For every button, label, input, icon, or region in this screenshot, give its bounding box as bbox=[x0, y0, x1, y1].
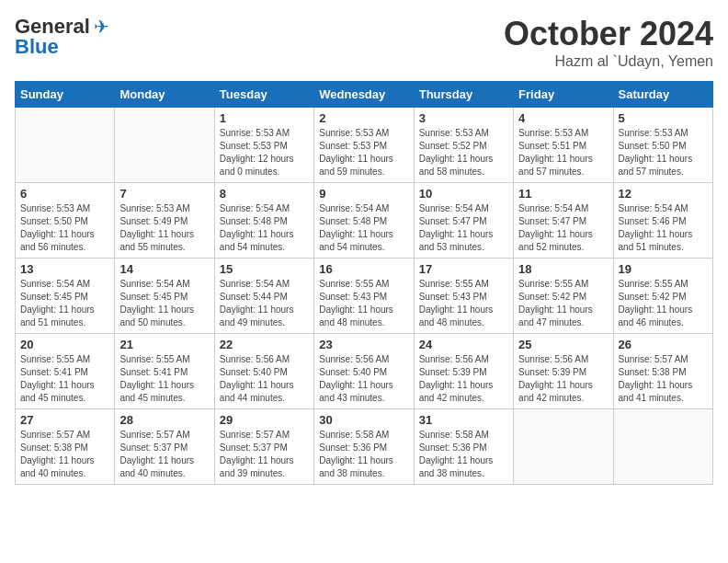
col-tuesday: Tuesday bbox=[214, 82, 313, 108]
table-row: 20Sunrise: 5:55 AM Sunset: 5:41 PM Dayli… bbox=[16, 334, 115, 409]
table-row: 7Sunrise: 5:53 AM Sunset: 5:49 PM Daylig… bbox=[115, 183, 214, 259]
table-row: 17Sunrise: 5:55 AM Sunset: 5:43 PM Dayli… bbox=[414, 259, 513, 334]
day-info: Sunrise: 5:53 AM Sunset: 5:52 PM Dayligh… bbox=[419, 127, 508, 178]
day-number: 21 bbox=[119, 338, 209, 351]
day-info: Sunrise: 5:57 AM Sunset: 5:37 PM Dayligh… bbox=[220, 429, 309, 480]
table-row: 16Sunrise: 5:55 AM Sunset: 5:43 PM Dayli… bbox=[314, 259, 414, 334]
day-info: Sunrise: 5:56 AM Sunset: 5:39 PM Dayligh… bbox=[518, 353, 608, 405]
col-thursday: Thursday bbox=[414, 82, 513, 108]
table-row: 8Sunrise: 5:54 AM Sunset: 5:48 PM Daylig… bbox=[214, 183, 313, 259]
table-row bbox=[514, 409, 613, 485]
table-row: 5Sunrise: 5:53 AM Sunset: 5:50 PM Daylig… bbox=[613, 108, 712, 183]
table-row: 14Sunrise: 5:54 AM Sunset: 5:45 PM Dayli… bbox=[115, 259, 214, 334]
table-row: 22Sunrise: 5:56 AM Sunset: 5:40 PM Dayli… bbox=[214, 334, 313, 409]
day-info: Sunrise: 5:57 AM Sunset: 5:38 PM Dayligh… bbox=[619, 353, 708, 405]
day-info: Sunrise: 5:56 AM Sunset: 5:39 PM Dayligh… bbox=[419, 353, 508, 405]
day-number: 30 bbox=[319, 413, 408, 427]
table-row bbox=[16, 108, 115, 183]
day-number: 12 bbox=[619, 187, 708, 201]
table-row: 28Sunrise: 5:57 AM Sunset: 5:37 PM Dayli… bbox=[115, 409, 214, 485]
col-friday: Friday bbox=[514, 82, 613, 108]
day-number: 7 bbox=[119, 187, 209, 201]
day-info: Sunrise: 5:55 AM Sunset: 5:41 PM Dayligh… bbox=[20, 353, 109, 405]
day-number: 13 bbox=[20, 262, 109, 276]
table-row: 23Sunrise: 5:56 AM Sunset: 5:40 PM Dayli… bbox=[314, 334, 414, 409]
day-info: Sunrise: 5:53 AM Sunset: 5:50 PM Dayligh… bbox=[619, 127, 708, 178]
col-monday: Monday bbox=[115, 82, 214, 108]
col-saturday: Saturday bbox=[613, 82, 712, 108]
calendar-header-row: Sunday Monday Tuesday Wednesday Thursday… bbox=[16, 82, 713, 108]
day-info: Sunrise: 5:53 AM Sunset: 5:49 PM Dayligh… bbox=[119, 202, 209, 254]
table-row: 29Sunrise: 5:57 AM Sunset: 5:37 PM Dayli… bbox=[214, 409, 313, 485]
day-info: Sunrise: 5:54 AM Sunset: 5:47 PM Dayligh… bbox=[518, 202, 608, 254]
day-info: Sunrise: 5:57 AM Sunset: 5:38 PM Dayligh… bbox=[20, 429, 109, 480]
day-number: 2 bbox=[319, 111, 408, 125]
table-row: 27Sunrise: 5:57 AM Sunset: 5:38 PM Dayli… bbox=[16, 409, 115, 485]
location-title: Hazm al `Udayn, Yemen bbox=[504, 53, 713, 70]
page-header: General ✈ Blue October 2024 Hazm al `Uda… bbox=[15, 15, 713, 70]
table-row: 11Sunrise: 5:54 AM Sunset: 5:47 PM Dayli… bbox=[514, 183, 613, 259]
logo: General ✈ Blue bbox=[15, 15, 109, 59]
day-number: 11 bbox=[518, 187, 608, 201]
table-row: 21Sunrise: 5:55 AM Sunset: 5:41 PM Dayli… bbox=[115, 334, 214, 409]
day-number: 22 bbox=[220, 338, 309, 351]
day-info: Sunrise: 5:54 AM Sunset: 5:45 PM Dayligh… bbox=[20, 278, 109, 329]
day-info: Sunrise: 5:58 AM Sunset: 5:36 PM Dayligh… bbox=[319, 429, 408, 480]
table-row: 6Sunrise: 5:53 AM Sunset: 5:50 PM Daylig… bbox=[16, 183, 115, 259]
table-row: 24Sunrise: 5:56 AM Sunset: 5:39 PM Dayli… bbox=[414, 334, 513, 409]
calendar-week-row: 6Sunrise: 5:53 AM Sunset: 5:50 PM Daylig… bbox=[16, 183, 713, 259]
day-number: 19 bbox=[619, 262, 708, 276]
day-info: Sunrise: 5:55 AM Sunset: 5:41 PM Dayligh… bbox=[119, 353, 209, 405]
day-number: 6 bbox=[20, 187, 109, 201]
bird-icon: ✈ bbox=[94, 16, 109, 38]
day-number: 16 bbox=[319, 262, 408, 276]
table-row: 18Sunrise: 5:55 AM Sunset: 5:42 PM Dayli… bbox=[514, 259, 613, 334]
title-section: October 2024 Hazm al `Udayn, Yemen bbox=[504, 15, 713, 70]
day-number: 24 bbox=[419, 338, 508, 351]
table-row: 3Sunrise: 5:53 AM Sunset: 5:52 PM Daylig… bbox=[414, 108, 513, 183]
day-info: Sunrise: 5:55 AM Sunset: 5:43 PM Dayligh… bbox=[419, 278, 508, 329]
calendar-week-row: 27Sunrise: 5:57 AM Sunset: 5:38 PM Dayli… bbox=[16, 409, 713, 485]
calendar-week-row: 20Sunrise: 5:55 AM Sunset: 5:41 PM Dayli… bbox=[16, 334, 713, 409]
day-info: Sunrise: 5:53 AM Sunset: 5:53 PM Dayligh… bbox=[220, 127, 309, 178]
table-row: 31Sunrise: 5:58 AM Sunset: 5:36 PM Dayli… bbox=[414, 409, 513, 485]
table-row bbox=[115, 108, 214, 183]
table-row: 4Sunrise: 5:53 AM Sunset: 5:51 PM Daylig… bbox=[514, 108, 613, 183]
day-info: Sunrise: 5:54 AM Sunset: 5:46 PM Dayligh… bbox=[619, 202, 708, 254]
day-info: Sunrise: 5:53 AM Sunset: 5:53 PM Dayligh… bbox=[319, 127, 408, 178]
table-row: 30Sunrise: 5:58 AM Sunset: 5:36 PM Dayli… bbox=[314, 409, 414, 485]
day-number: 20 bbox=[20, 338, 109, 351]
day-number: 5 bbox=[619, 111, 708, 125]
day-number: 14 bbox=[119, 262, 209, 276]
day-info: Sunrise: 5:58 AM Sunset: 5:36 PM Dayligh… bbox=[419, 429, 508, 480]
day-number: 28 bbox=[119, 413, 209, 427]
day-info: Sunrise: 5:54 AM Sunset: 5:47 PM Dayligh… bbox=[419, 202, 508, 254]
day-info: Sunrise: 5:53 AM Sunset: 5:50 PM Dayligh… bbox=[20, 202, 109, 254]
day-number: 26 bbox=[619, 338, 708, 351]
day-info: Sunrise: 5:54 AM Sunset: 5:48 PM Dayligh… bbox=[319, 202, 408, 254]
table-row: 15Sunrise: 5:54 AM Sunset: 5:44 PM Dayli… bbox=[214, 259, 313, 334]
table-row: 10Sunrise: 5:54 AM Sunset: 5:47 PM Dayli… bbox=[414, 183, 513, 259]
day-info: Sunrise: 5:56 AM Sunset: 5:40 PM Dayligh… bbox=[319, 353, 408, 405]
table-row: 1Sunrise: 5:53 AM Sunset: 5:53 PM Daylig… bbox=[214, 108, 313, 183]
day-info: Sunrise: 5:53 AM Sunset: 5:51 PM Dayligh… bbox=[518, 127, 608, 178]
day-info: Sunrise: 5:55 AM Sunset: 5:42 PM Dayligh… bbox=[518, 278, 608, 329]
day-info: Sunrise: 5:55 AM Sunset: 5:42 PM Dayligh… bbox=[619, 278, 708, 329]
logo-blue: Blue bbox=[15, 35, 59, 59]
day-number: 15 bbox=[220, 262, 309, 276]
calendar-week-row: 13Sunrise: 5:54 AM Sunset: 5:45 PM Dayli… bbox=[16, 259, 713, 334]
table-row: 2Sunrise: 5:53 AM Sunset: 5:53 PM Daylig… bbox=[314, 108, 414, 183]
day-info: Sunrise: 5:57 AM Sunset: 5:37 PM Dayligh… bbox=[119, 429, 209, 480]
day-number: 18 bbox=[518, 262, 608, 276]
day-info: Sunrise: 5:54 AM Sunset: 5:44 PM Dayligh… bbox=[220, 278, 309, 329]
day-number: 10 bbox=[419, 187, 508, 201]
day-info: Sunrise: 5:54 AM Sunset: 5:48 PM Dayligh… bbox=[220, 202, 309, 254]
day-number: 17 bbox=[419, 262, 508, 276]
day-number: 3 bbox=[419, 111, 508, 125]
day-number: 4 bbox=[518, 111, 608, 125]
calendar-week-row: 1Sunrise: 5:53 AM Sunset: 5:53 PM Daylig… bbox=[16, 108, 713, 183]
day-number: 29 bbox=[220, 413, 309, 427]
day-number: 8 bbox=[220, 187, 309, 201]
table-row bbox=[613, 409, 712, 485]
table-row: 9Sunrise: 5:54 AM Sunset: 5:48 PM Daylig… bbox=[314, 183, 414, 259]
